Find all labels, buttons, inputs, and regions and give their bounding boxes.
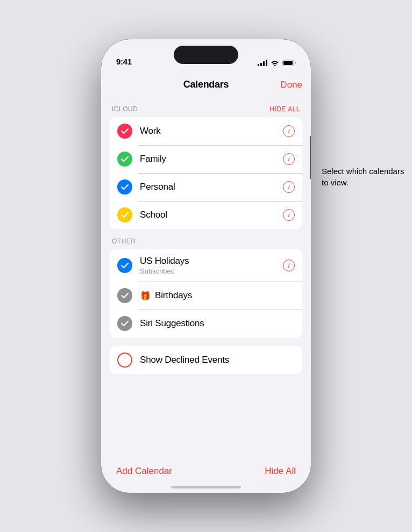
- icloud-calendars-card: Work i Family i: [110, 117, 302, 229]
- siri-check: [117, 316, 132, 331]
- birthdays-label: Birthdays: [155, 290, 192, 301]
- home-indicator: [171, 486, 241, 488]
- list-item[interactable]: US Holidays Subscribed i: [110, 249, 302, 282]
- show-declined-item[interactable]: Show Declined Events: [110, 346, 302, 374]
- signal-icon: [258, 60, 267, 66]
- page-header: Calendars Done: [110, 70, 302, 97]
- list-item[interactable]: School i: [110, 201, 302, 229]
- tooltip-text: Select which calendars to view.: [322, 166, 408, 188]
- phone-screen: 9:41 Calendars Done: [101, 39, 311, 493]
- other-calendars-card: US Holidays Subscribed i 🎁 Birthdays: [110, 249, 302, 337]
- personal-check: [117, 179, 132, 195]
- wifi-icon: [271, 60, 279, 66]
- family-info-button[interactable]: i: [283, 153, 295, 165]
- work-label: Work: [140, 126, 283, 136]
- personal-label: Personal: [140, 182, 283, 192]
- school-info-button[interactable]: i: [283, 209, 295, 221]
- svg-rect-1: [283, 61, 293, 65]
- list-item[interactable]: Siri Suggestions: [110, 310, 302, 337]
- family-label: Family: [140, 154, 283, 164]
- add-calendar-button[interactable]: Add Calendar: [116, 466, 172, 477]
- family-check: [117, 152, 132, 167]
- power-button: [310, 136, 311, 179]
- show-declined-card: Show Declined Events: [110, 346, 302, 374]
- list-item[interactable]: 🎁 Birthdays: [110, 282, 302, 310]
- siri-suggestions-label: Siri Suggestions: [140, 318, 295, 329]
- status-time: 9:41: [116, 57, 132, 66]
- dynamic-island: [174, 46, 238, 64]
- other-label: OTHER: [112, 238, 136, 245]
- bottom-spacer: [110, 379, 302, 412]
- list-item[interactable]: Work i: [110, 117, 302, 145]
- list-item[interactable]: Family i: [110, 145, 302, 173]
- icloud-section-header: ICLOUD HIDE ALL: [112, 105, 300, 113]
- school-check: [117, 207, 132, 222]
- page-title: Calendars: [183, 79, 229, 90]
- battery-icon: [282, 60, 296, 66]
- us-holidays-subtitle: Subscribed: [140, 267, 283, 275]
- hide-all-button[interactable]: Hide All: [265, 466, 296, 477]
- icloud-hide-all[interactable]: HIDE ALL: [269, 105, 300, 113]
- us-holidays-label: US Holidays: [140, 256, 283, 267]
- work-check: [117, 124, 132, 139]
- birthdays-check: [117, 288, 132, 303]
- list-item[interactable]: Personal i: [110, 173, 302, 201]
- icloud-label: ICLOUD: [112, 105, 138, 113]
- done-button[interactable]: Done: [280, 80, 302, 90]
- us-holidays-check: [117, 258, 132, 273]
- us-holidays-info-button[interactable]: i: [283, 260, 295, 271]
- gift-icon: 🎁: [140, 291, 151, 301]
- other-section-header: OTHER: [112, 238, 300, 245]
- main-content: Calendars Done ICLOUD HIDE ALL Work: [101, 70, 311, 493]
- personal-info-button[interactable]: i: [283, 181, 295, 193]
- school-label: School: [140, 210, 283, 220]
- status-icons: [258, 60, 296, 66]
- phone-frame: 9:41 Calendars Done: [101, 39, 311, 493]
- show-declined-label: Show Declined Events: [140, 355, 295, 365]
- work-info-button[interactable]: i: [283, 125, 295, 137]
- declined-circle-icon: [117, 353, 132, 368]
